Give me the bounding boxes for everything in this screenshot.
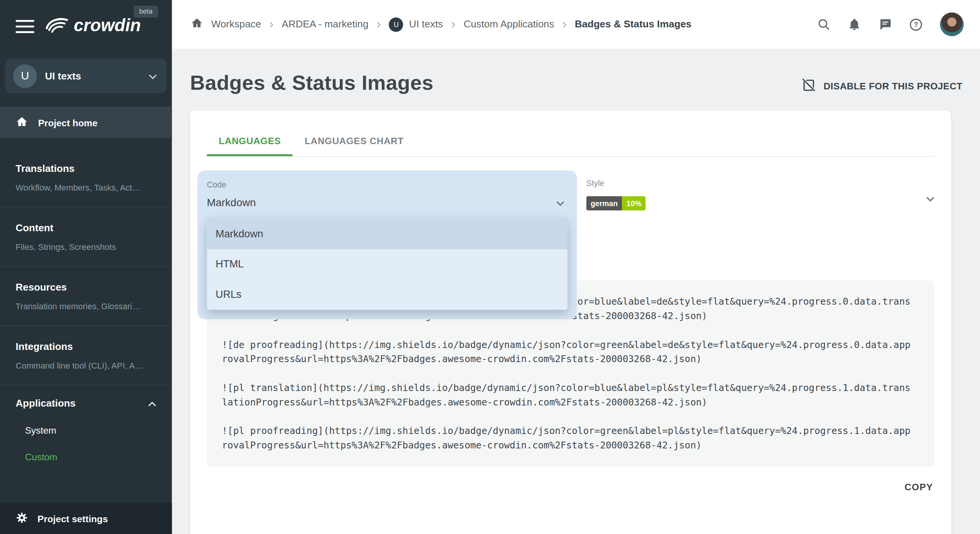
badge-preview: german 10%: [586, 196, 934, 211]
chevron-down-icon[interactable]: [926, 197, 934, 202]
section-title: Applications: [16, 398, 76, 409]
code-select-value: Markdown: [207, 197, 256, 209]
sidebar-item-project-settings[interactable]: Project settings: [0, 503, 172, 534]
crowdin-logo[interactable]: crowdin: [45, 16, 141, 37]
help-icon[interactable]: ?: [909, 17, 923, 32]
disable-for-project-button[interactable]: DISABLE FOR THIS PROJECT: [801, 78, 962, 94]
sidebar-item-resources[interactable]: Resources Translation memories, Glossari…: [0, 267, 172, 326]
section-title: Resources: [16, 282, 156, 293]
breadcrumb-custom-applications[interactable]: Custom Applications: [464, 19, 554, 30]
section-subtitle: Files, Strings, Screenshots: [16, 242, 156, 252]
app-window: crowdin beta U UI texts Project home Tra…: [0, 0, 980, 534]
chevron-right-icon: ›: [451, 17, 455, 32]
home-icon: [16, 115, 28, 130]
sidebar-item-integrations[interactable]: Integrations Command line tool (CLI), AP…: [0, 326, 172, 385]
disable-button-label: DISABLE FOR THIS PROJECT: [824, 81, 962, 91]
sidebar-item-project-home[interactable]: Project home: [0, 107, 172, 138]
svg-text:?: ?: [914, 21, 918, 29]
messages-chat-icon[interactable]: [878, 17, 892, 31]
breadcrumb-label: UI texts: [409, 19, 443, 30]
topbar-actions: ?: [817, 13, 964, 36]
breadcrumb-home[interactable]: [191, 17, 203, 32]
section-subtitle: Workflow, Members, Tasks, Act…: [16, 183, 156, 192]
section-title: Integrations: [16, 341, 156, 353]
sidebar-nav: Translations Workflow, Members, Tasks, A…: [0, 148, 172, 473]
gear-icon: [16, 511, 28, 526]
section-subtitle: Command line tool (CLI), API, A…: [16, 361, 156, 370]
badge-language-label: german: [586, 196, 622, 211]
beta-badge: beta: [134, 6, 158, 17]
copy-button[interactable]: COPY: [903, 477, 934, 497]
breadcrumb-project[interactable]: U UI texts: [389, 17, 443, 32]
chevron-right-icon: ›: [269, 17, 273, 32]
image-off-icon: [801, 78, 816, 94]
section-title: Translations: [16, 163, 156, 175]
sidebar-item-label: Project home: [38, 117, 97, 128]
project-switcher[interactable]: U UI texts: [5, 59, 167, 93]
project-name: UI texts: [45, 70, 140, 82]
menu-toggle-button[interactable]: [16, 20, 34, 33]
page-header: Badges & Status Images DISABLE FOR THIS …: [190, 71, 962, 95]
style-select[interactable]: Style german 10%: [586, 174, 934, 223]
page-content: Badges & Status Images DISABLE FOR THIS …: [172, 49, 980, 534]
copy-row: COPY: [207, 477, 935, 497]
sidebar-item-applications[interactable]: Applications: [16, 398, 156, 409]
chevron-right-icon: ›: [562, 17, 566, 32]
badge-snippet: ![de proofreading](https://img.shields.i…: [222, 338, 919, 367]
project-avatar: U: [389, 17, 403, 32]
applications-items: System Custom: [16, 416, 156, 470]
tab-languages[interactable]: LANGUAGES: [207, 126, 293, 156]
crowdin-logo-text: crowdin: [74, 17, 141, 36]
code-select-label: Code: [207, 180, 568, 189]
section-title: Content: [16, 222, 156, 234]
search-icon[interactable]: [817, 17, 830, 31]
code-select[interactable]: Markdown: [207, 197, 568, 209]
notifications-bell-icon[interactable]: [848, 17, 861, 31]
chevron-down-icon: [556, 197, 564, 209]
style-select-label: Style: [586, 179, 934, 188]
tab-bar: LANGUAGES LANGUAGES CHART: [207, 111, 935, 157]
page-title: Badges & Status Images: [190, 71, 433, 95]
code-select-open: Code Markdown Markdown HTML URLs: [198, 170, 577, 319]
badge-snippet: ![pl proofreading](https://img.shields.i…: [222, 424, 919, 453]
chevron-down-icon: [149, 70, 157, 82]
chevron-right-icon: ›: [376, 17, 381, 32]
menu-item-html[interactable]: HTML: [207, 249, 568, 279]
breadcrumb-workspace[interactable]: Workspace: [211, 19, 261, 30]
tab-languages-chart[interactable]: LANGUAGES CHART: [293, 126, 416, 156]
badge-options-row: Code Markdown Markdown HTML URLs: [207, 174, 935, 223]
project-avatar: U: [13, 64, 37, 87]
sidebar-header: crowdin beta: [0, 0, 172, 49]
topbar: Workspace › ARDEA - marketing › U UI tex…: [172, 0, 980, 49]
shields-badge: german 10%: [586, 196, 646, 211]
breadcrumb-current-page: Badges & Status Images: [575, 19, 692, 30]
menu-item-markdown[interactable]: Markdown: [207, 219, 568, 249]
badge-snippet: ![pl translation](https://img.shields.io…: [222, 381, 919, 410]
user-avatar[interactable]: [940, 13, 964, 36]
chevron-up-icon: [148, 398, 156, 409]
main-area: Workspace › ARDEA - marketing › U UI tex…: [172, 0, 980, 534]
breadcrumb-group[interactable]: ARDEA - marketing: [282, 19, 368, 30]
sidebar-item-system[interactable]: System: [16, 416, 156, 443]
home-icon: [191, 17, 203, 32]
badge-progress-value: 10%: [622, 196, 646, 211]
sidebar-group-applications: Applications System Custom: [0, 385, 172, 473]
section-subtitle: Translation memories, Glossari…: [16, 302, 156, 311]
sidebar-item-translations[interactable]: Translations Workflow, Members, Tasks, A…: [0, 148, 172, 207]
sidebar: crowdin beta U UI texts Project home Tra…: [0, 0, 172, 534]
sidebar-item-custom[interactable]: Custom: [16, 443, 156, 470]
badges-card: LANGUAGES LANGUAGES CHART Code Markdown: [190, 111, 951, 534]
sidebar-item-label: Project settings: [38, 513, 108, 524]
menu-item-urls[interactable]: URLs: [207, 279, 568, 310]
code-select-menu: Markdown HTML URLs: [207, 219, 568, 310]
sidebar-item-content[interactable]: Content Files, Strings, Screenshots: [0, 207, 172, 267]
crowdin-logo-icon: [45, 16, 70, 37]
